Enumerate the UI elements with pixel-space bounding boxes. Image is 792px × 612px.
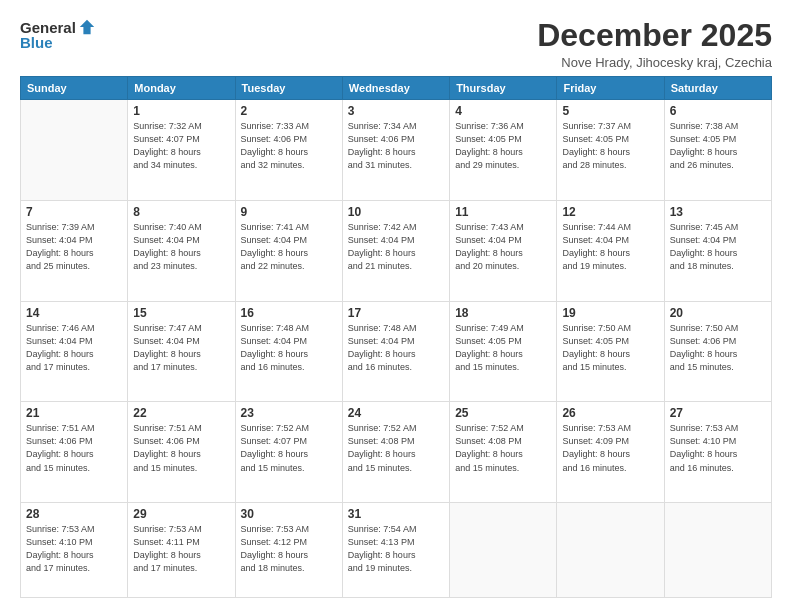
month-title: December 2025	[537, 18, 772, 53]
calendar-week-row: 21Sunrise: 7:51 AM Sunset: 4:06 PM Dayli…	[21, 402, 772, 503]
day-info: Sunrise: 7:53 AM Sunset: 4:12 PM Dayligh…	[241, 523, 337, 575]
calendar-cell: 4Sunrise: 7:36 AM Sunset: 4:05 PM Daylig…	[450, 100, 557, 201]
day-number: 10	[348, 205, 444, 219]
day-info: Sunrise: 7:53 AM Sunset: 4:11 PM Dayligh…	[133, 523, 229, 575]
calendar-cell: 9Sunrise: 7:41 AM Sunset: 4:04 PM Daylig…	[235, 200, 342, 301]
calendar-cell: 20Sunrise: 7:50 AM Sunset: 4:06 PM Dayli…	[664, 301, 771, 402]
day-info: Sunrise: 7:53 AM Sunset: 4:10 PM Dayligh…	[670, 422, 766, 474]
day-info: Sunrise: 7:40 AM Sunset: 4:04 PM Dayligh…	[133, 221, 229, 273]
day-info: Sunrise: 7:43 AM Sunset: 4:04 PM Dayligh…	[455, 221, 551, 273]
calendar-cell: 29Sunrise: 7:53 AM Sunset: 4:11 PM Dayli…	[128, 503, 235, 598]
calendar-day-header: Saturday	[664, 77, 771, 100]
day-info: Sunrise: 7:39 AM Sunset: 4:04 PM Dayligh…	[26, 221, 122, 273]
calendar-cell	[21, 100, 128, 201]
calendar-cell: 7Sunrise: 7:39 AM Sunset: 4:04 PM Daylig…	[21, 200, 128, 301]
day-info: Sunrise: 7:52 AM Sunset: 4:08 PM Dayligh…	[348, 422, 444, 474]
calendar-cell: 13Sunrise: 7:45 AM Sunset: 4:04 PM Dayli…	[664, 200, 771, 301]
calendar-cell: 2Sunrise: 7:33 AM Sunset: 4:06 PM Daylig…	[235, 100, 342, 201]
calendar-day-header: Thursday	[450, 77, 557, 100]
day-info: Sunrise: 7:41 AM Sunset: 4:04 PM Dayligh…	[241, 221, 337, 273]
day-info: Sunrise: 7:33 AM Sunset: 4:06 PM Dayligh…	[241, 120, 337, 172]
day-info: Sunrise: 7:48 AM Sunset: 4:04 PM Dayligh…	[348, 322, 444, 374]
calendar-cell: 19Sunrise: 7:50 AM Sunset: 4:05 PM Dayli…	[557, 301, 664, 402]
calendar-cell: 17Sunrise: 7:48 AM Sunset: 4:04 PM Dayli…	[342, 301, 449, 402]
calendar-cell: 21Sunrise: 7:51 AM Sunset: 4:06 PM Dayli…	[21, 402, 128, 503]
calendar-header-row: SundayMondayTuesdayWednesdayThursdayFrid…	[21, 77, 772, 100]
day-number: 21	[26, 406, 122, 420]
day-info: Sunrise: 7:45 AM Sunset: 4:04 PM Dayligh…	[670, 221, 766, 273]
day-number: 2	[241, 104, 337, 118]
day-number: 6	[670, 104, 766, 118]
logo: General Blue	[20, 18, 96, 51]
header: General Blue December 2025 Nove Hrady, J…	[20, 18, 772, 70]
day-number: 27	[670, 406, 766, 420]
day-info: Sunrise: 7:53 AM Sunset: 4:09 PM Dayligh…	[562, 422, 658, 474]
day-number: 16	[241, 306, 337, 320]
day-number: 5	[562, 104, 658, 118]
day-info: Sunrise: 7:38 AM Sunset: 4:05 PM Dayligh…	[670, 120, 766, 172]
day-number: 1	[133, 104, 229, 118]
day-number: 19	[562, 306, 658, 320]
calendar-cell: 6Sunrise: 7:38 AM Sunset: 4:05 PM Daylig…	[664, 100, 771, 201]
calendar-week-row: 7Sunrise: 7:39 AM Sunset: 4:04 PM Daylig…	[21, 200, 772, 301]
day-number: 8	[133, 205, 229, 219]
calendar-week-row: 28Sunrise: 7:53 AM Sunset: 4:10 PM Dayli…	[21, 503, 772, 598]
day-number: 28	[26, 507, 122, 521]
day-number: 9	[241, 205, 337, 219]
calendar-day-header: Friday	[557, 77, 664, 100]
calendar-cell: 14Sunrise: 7:46 AM Sunset: 4:04 PM Dayli…	[21, 301, 128, 402]
day-number: 12	[562, 205, 658, 219]
logo-icon	[78, 18, 96, 36]
day-number: 13	[670, 205, 766, 219]
calendar-cell: 25Sunrise: 7:52 AM Sunset: 4:08 PM Dayli…	[450, 402, 557, 503]
calendar-cell: 8Sunrise: 7:40 AM Sunset: 4:04 PM Daylig…	[128, 200, 235, 301]
calendar-cell: 28Sunrise: 7:53 AM Sunset: 4:10 PM Dayli…	[21, 503, 128, 598]
day-info: Sunrise: 7:44 AM Sunset: 4:04 PM Dayligh…	[562, 221, 658, 273]
calendar-cell: 18Sunrise: 7:49 AM Sunset: 4:05 PM Dayli…	[450, 301, 557, 402]
day-info: Sunrise: 7:50 AM Sunset: 4:05 PM Dayligh…	[562, 322, 658, 374]
day-info: Sunrise: 7:46 AM Sunset: 4:04 PM Dayligh…	[26, 322, 122, 374]
calendar: SundayMondayTuesdayWednesdayThursdayFrid…	[20, 76, 772, 598]
day-number: 22	[133, 406, 229, 420]
page: General Blue December 2025 Nove Hrady, J…	[0, 0, 792, 612]
day-info: Sunrise: 7:42 AM Sunset: 4:04 PM Dayligh…	[348, 221, 444, 273]
calendar-cell: 31Sunrise: 7:54 AM Sunset: 4:13 PM Dayli…	[342, 503, 449, 598]
calendar-day-header: Wednesday	[342, 77, 449, 100]
day-info: Sunrise: 7:47 AM Sunset: 4:04 PM Dayligh…	[133, 322, 229, 374]
day-number: 26	[562, 406, 658, 420]
day-number: 7	[26, 205, 122, 219]
svg-marker-0	[80, 20, 94, 34]
calendar-week-row: 1Sunrise: 7:32 AM Sunset: 4:07 PM Daylig…	[21, 100, 772, 201]
calendar-day-header: Tuesday	[235, 77, 342, 100]
calendar-cell: 1Sunrise: 7:32 AM Sunset: 4:07 PM Daylig…	[128, 100, 235, 201]
day-number: 20	[670, 306, 766, 320]
day-info: Sunrise: 7:52 AM Sunset: 4:08 PM Dayligh…	[455, 422, 551, 474]
day-info: Sunrise: 7:37 AM Sunset: 4:05 PM Dayligh…	[562, 120, 658, 172]
day-info: Sunrise: 7:34 AM Sunset: 4:06 PM Dayligh…	[348, 120, 444, 172]
calendar-cell: 26Sunrise: 7:53 AM Sunset: 4:09 PM Dayli…	[557, 402, 664, 503]
calendar-cell	[664, 503, 771, 598]
day-info: Sunrise: 7:49 AM Sunset: 4:05 PM Dayligh…	[455, 322, 551, 374]
calendar-cell: 15Sunrise: 7:47 AM Sunset: 4:04 PM Dayli…	[128, 301, 235, 402]
day-number: 3	[348, 104, 444, 118]
day-info: Sunrise: 7:51 AM Sunset: 4:06 PM Dayligh…	[26, 422, 122, 474]
logo-blue: Blue	[20, 34, 53, 51]
day-number: 30	[241, 507, 337, 521]
calendar-cell: 23Sunrise: 7:52 AM Sunset: 4:07 PM Dayli…	[235, 402, 342, 503]
title-area: December 2025 Nove Hrady, Jihocesky kraj…	[537, 18, 772, 70]
location: Nove Hrady, Jihocesky kraj, Czechia	[537, 55, 772, 70]
day-number: 31	[348, 507, 444, 521]
calendar-cell: 30Sunrise: 7:53 AM Sunset: 4:12 PM Dayli…	[235, 503, 342, 598]
calendar-cell: 3Sunrise: 7:34 AM Sunset: 4:06 PM Daylig…	[342, 100, 449, 201]
day-number: 11	[455, 205, 551, 219]
day-info: Sunrise: 7:51 AM Sunset: 4:06 PM Dayligh…	[133, 422, 229, 474]
day-info: Sunrise: 7:36 AM Sunset: 4:05 PM Dayligh…	[455, 120, 551, 172]
calendar-week-row: 14Sunrise: 7:46 AM Sunset: 4:04 PM Dayli…	[21, 301, 772, 402]
calendar-cell: 27Sunrise: 7:53 AM Sunset: 4:10 PM Dayli…	[664, 402, 771, 503]
day-info: Sunrise: 7:50 AM Sunset: 4:06 PM Dayligh…	[670, 322, 766, 374]
calendar-cell: 24Sunrise: 7:52 AM Sunset: 4:08 PM Dayli…	[342, 402, 449, 503]
calendar-cell: 11Sunrise: 7:43 AM Sunset: 4:04 PM Dayli…	[450, 200, 557, 301]
calendar-cell: 22Sunrise: 7:51 AM Sunset: 4:06 PM Dayli…	[128, 402, 235, 503]
day-info: Sunrise: 7:53 AM Sunset: 4:10 PM Dayligh…	[26, 523, 122, 575]
day-number: 15	[133, 306, 229, 320]
